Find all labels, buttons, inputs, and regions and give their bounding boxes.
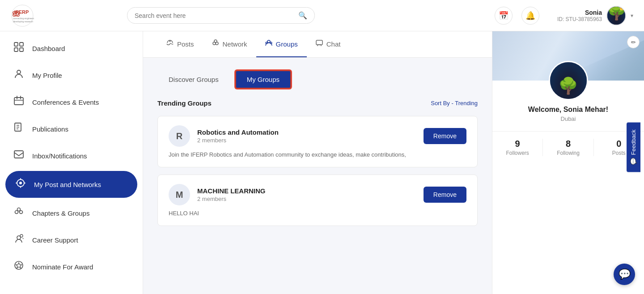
- calendar-icon-btn[interactable]: 📅: [495, 7, 513, 25]
- group-card-robotics: R Robotics and Automation 2 members Remo…: [157, 116, 478, 167]
- group-desc-ml: HELLO HAI: [169, 210, 466, 217]
- profile-name: Welcome, Sonia Mehar!: [501, 106, 635, 114]
- feedback-tab[interactable]: 💬 Feedback: [627, 122, 640, 172]
- secondary-nav: Posts Network Groups: [143, 31, 492, 58]
- sub-tab-my-groups[interactable]: My Groups: [235, 70, 291, 89]
- svg-point-31: [20, 234, 23, 237]
- user-info: Sonia ID: STU-38785963: [557, 9, 602, 22]
- group-card-top-ml: M MACHINE LEARNING 2 members Remove: [169, 184, 466, 205]
- group-avatar-robotics: R: [169, 125, 190, 147]
- group-info-robotics: Robotics and Automation 2 members: [197, 128, 416, 144]
- sidebar-label-dashboard: Dashboard: [32, 45, 65, 52]
- sort-by: Sort By - Trending: [431, 100, 478, 107]
- feedback-label: Feedback: [630, 129, 637, 155]
- svg-rect-12: [14, 98, 23, 105]
- remove-button-ml[interactable]: Remove: [424, 187, 466, 203]
- sidebar-label-career: Career Support: [32, 236, 78, 244]
- group-members-robotics: 2 members: [197, 137, 416, 144]
- group-desc-robotics: Join the IFERP Robotics and Automation c…: [169, 151, 466, 158]
- svg-point-27: [15, 211, 18, 214]
- profile-avatar-image: [550, 62, 587, 99]
- sidebar-item-dashboard[interactable]: Dashboard: [0, 35, 143, 62]
- profile-icon: [13, 69, 25, 81]
- sidebar-label-chapters: Chapters & Groups: [32, 209, 89, 217]
- user-name: Sonia: [557, 9, 602, 16]
- tab-posts[interactable]: Posts: [157, 31, 203, 57]
- profile-avatar-wrap: [492, 61, 644, 100]
- notification-icon-btn[interactable]: 🔔: [521, 7, 539, 25]
- my-post-icon: [14, 178, 27, 191]
- sidebar-item-my-post[interactable]: My Post and Networks: [5, 171, 137, 198]
- svg-rect-7: [14, 43, 18, 46]
- remove-button-robotics[interactable]: Remove: [424, 128, 466, 144]
- sidebar-item-publications[interactable]: Publications: [0, 115, 143, 142]
- user-area[interactable]: Sonia ID: STU-38785963 👑 ▾: [557, 6, 633, 26]
- topnav: IFERP connecting engineers... developing…: [0, 0, 644, 31]
- banner-edit-button[interactable]: ✏: [627, 36, 640, 48]
- chat-fab[interactable]: 💬: [614, 264, 635, 285]
- tab-groups[interactable]: Groups: [256, 31, 307, 57]
- tab-network[interactable]: Network: [203, 31, 256, 57]
- group-avatar-ml: M: [169, 184, 190, 205]
- search-input[interactable]: [135, 12, 298, 19]
- stat-followers: 9 Followers: [492, 139, 543, 156]
- sidebar-label-publications: Publications: [32, 125, 68, 133]
- sidebar-item-inbox[interactable]: Inbox/Notifications: [0, 142, 143, 169]
- tab-posts-label: Posts: [177, 40, 194, 48]
- profile-avatar: [549, 61, 588, 100]
- network-tab-icon: [212, 39, 219, 48]
- posts-tab-icon: [166, 39, 174, 48]
- groups-container: Discover Groups My Groups Trending Group…: [143, 58, 492, 246]
- svg-point-6: [15, 13, 17, 15]
- career-icon: [13, 234, 25, 246]
- group-card-ml: M MACHINE LEARNING 2 members Remove HELL…: [157, 175, 478, 226]
- sidebar-item-my-profile[interactable]: My Profile: [0, 62, 143, 89]
- search-bar[interactable]: 🔍: [127, 7, 315, 24]
- publications-icon: [13, 123, 25, 135]
- followers-label: Followers: [497, 150, 538, 156]
- nominate-icon: [13, 260, 25, 273]
- svg-marker-33: [16, 263, 22, 268]
- svg-text:developing research: developing research: [13, 20, 33, 23]
- chevron-down-icon[interactable]: ▾: [631, 13, 633, 19]
- nav-icons: 📅 🔔 Sonia ID: STU-38785963 👑 ▾: [495, 6, 633, 26]
- sub-tab-discover[interactable]: Discover Groups: [157, 70, 230, 89]
- sidebar-label-nominate: Nominate For Award: [32, 263, 93, 271]
- main-layout: Dashboard My Profile Conferences & Event…: [0, 31, 644, 294]
- trending-title: Trending Groups: [157, 99, 212, 107]
- profile-stats: 9 Followers 8 Following 0 Posts: [492, 131, 644, 156]
- sidebar-item-career[interactable]: Career Support: [0, 226, 143, 253]
- dashboard-icon: [13, 42, 25, 55]
- profile-info: Welcome, Sonia Mehar! Dubai: [492, 100, 644, 122]
- sidebar: Dashboard My Profile Conferences & Event…: [0, 31, 143, 294]
- tab-chat[interactable]: Chat: [307, 31, 350, 57]
- user-id: ID: STU-38785963: [557, 16, 602, 22]
- group-name-robotics: Robotics and Automation: [197, 128, 416, 136]
- sidebar-item-chapters[interactable]: Chapters & Groups: [0, 200, 143, 226]
- sort-label: Sort By -: [431, 100, 455, 107]
- crown-badge: 👑: [619, 6, 626, 10]
- sidebar-label-inbox: Inbox/Notifications: [32, 152, 87, 160]
- sidebar-item-nominate[interactable]: Nominate For Award: [0, 253, 143, 280]
- svg-rect-8: [20, 43, 23, 46]
- chapters-icon: [13, 207, 25, 219]
- main-panel: Posts Network Groups: [143, 31, 492, 294]
- trending-header: Trending Groups Sort By - Trending: [157, 99, 478, 107]
- feedback-icon: 💬: [630, 158, 637, 165]
- group-info-ml: MACHINE LEARNING 2 members: [197, 187, 416, 202]
- followers-count: 9: [497, 139, 538, 149]
- svg-rect-10: [20, 48, 23, 51]
- tab-groups-label: Groups: [276, 40, 298, 48]
- sidebar-item-conferences[interactable]: Conferences & Events: [0, 89, 143, 115]
- svg-rect-41: [316, 40, 322, 45]
- sidebar-label-my-profile: My Profile: [32, 72, 62, 79]
- svg-point-11: [17, 70, 21, 74]
- svg-rect-9: [14, 48, 18, 51]
- right-panel: ✏ Welcome, Sonia Mehar! Dubai 9 Follower…: [492, 31, 644, 294]
- sidebar-label-my-post: My Post and Networks: [34, 181, 101, 188]
- content-area: Posts Network Groups: [143, 31, 644, 294]
- logo[interactable]: IFERP connecting engineers... developing…: [11, 4, 109, 27]
- svg-point-28: [20, 211, 23, 214]
- svg-point-37: [214, 40, 217, 43]
- sort-value[interactable]: Trending: [455, 100, 478, 107]
